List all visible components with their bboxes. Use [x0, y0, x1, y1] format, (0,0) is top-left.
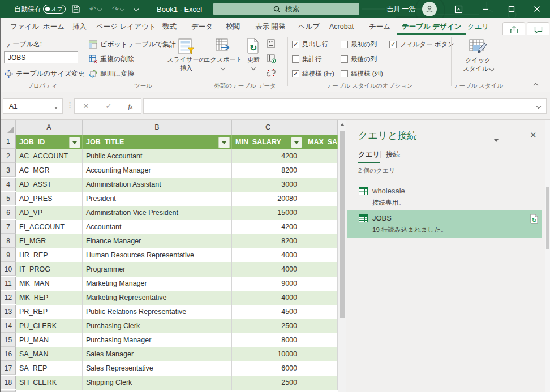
cell-A18[interactable]: SH_CLERK [16, 376, 83, 390]
checkbox-first-column[interactable]: 最初の列 [341, 40, 377, 49]
cell-C3[interactable]: 8200 [232, 163, 304, 178]
cell-A5[interactable]: AD_PRES [16, 192, 83, 206]
filter-button-min-salary[interactable] [291, 137, 302, 148]
tab-formulas[interactable]: 数式 [158, 18, 181, 35]
cell-B15[interactable]: Purchasing Manager [83, 333, 232, 347]
column-header-B[interactable]: B [83, 120, 232, 135]
cell-D5[interactable] [304, 192, 338, 206]
cell-D13[interactable] [304, 305, 338, 319]
insert-function-icon[interactable]: fx [128, 102, 132, 111]
tab-page-layout[interactable]: ページ レイアウト [92, 18, 161, 35]
cell-D18[interactable] [304, 376, 338, 390]
cell-C8[interactable]: 8200 [232, 234, 304, 248]
redo-button[interactable]: ↷ [112, 0, 124, 18]
tab-queries[interactable]: クエリ [358, 150, 380, 163]
column-header-C[interactable]: C [232, 120, 304, 135]
collapse-ribbon-button[interactable] [534, 79, 538, 89]
cell-D14[interactable] [304, 319, 338, 333]
cell-B7[interactable]: Accountant [83, 220, 232, 234]
cell-B2[interactable]: Public Accountant [83, 149, 232, 163]
column-header-A[interactable]: A [16, 120, 83, 135]
cell-B3[interactable]: Accounting Manager [83, 163, 232, 178]
close-button[interactable] [528, 0, 545, 18]
row-header-4[interactable]: 4 [1, 178, 16, 191]
cell-A4[interactable]: AD_ASST [16, 178, 83, 192]
cell-A16[interactable]: SA_MAN [16, 347, 83, 361]
cell-B14[interactable]: Purchasing Clerk [83, 319, 232, 333]
cell-A11[interactable]: MK_MAN [16, 277, 83, 291]
cell-B4[interactable]: Administration Assistant [83, 178, 232, 192]
tab-insert[interactable]: 挿入 [68, 18, 91, 35]
row-header-10[interactable]: 10 [1, 262, 16, 276]
pane-options-button[interactable] [494, 134, 499, 144]
autosave-toggle[interactable]: オフ [43, 0, 66, 18]
save-button[interactable] [71, 0, 80, 18]
cell-B17[interactable]: Sales Representative [83, 361, 232, 376]
row-header-18[interactable]: 18 [1, 376, 16, 389]
scrollbar-thumb[interactable] [340, 131, 345, 318]
cell-B8[interactable]: Finance Manager [83, 234, 232, 248]
row-header-17[interactable]: 17 [1, 361, 16, 375]
pane-scrollbar-thumb[interactable] [546, 187, 549, 249]
cell-A13[interactable]: PR_REP [16, 305, 83, 319]
cell-C9[interactable]: 4000 [232, 248, 304, 262]
tab-connections[interactable]: 接続 [386, 150, 400, 160]
convert-to-range-button[interactable]: 範囲に変換 [89, 68, 134, 79]
cell-C18[interactable]: 2500 [232, 376, 304, 390]
customize-toolbar-button[interactable] [135, 0, 138, 18]
cell-A15[interactable]: PU_MAN [16, 333, 83, 347]
cell-C2[interactable]: 4200 [232, 149, 304, 163]
checkbox-total-row[interactable]: 集計行 [292, 54, 322, 63]
cell-B10[interactable]: Programmer [83, 262, 232, 277]
query-item-jobs[interactable]: JOBS19 行読み込まれました。↻ [347, 210, 542, 238]
scroll-up-button[interactable] [338, 120, 346, 129]
row-header-11[interactable]: 11 [1, 277, 16, 290]
row-header-3[interactable]: 3 [1, 163, 16, 177]
vertical-scrollbar[interactable] [338, 120, 346, 392]
filter-button-job-title[interactable] [218, 137, 230, 148]
cell-A3[interactable]: AC_MGR [16, 163, 83, 178]
ribbon-display-options-button[interactable] [450, 0, 467, 18]
cell-D7[interactable] [304, 220, 338, 234]
cell-D10[interactable] [304, 262, 338, 277]
cell-A7[interactable]: FI_ACCOUNT [16, 220, 83, 234]
properties-small-button[interactable] [266, 38, 276, 51]
header-cell-job-title[interactable]: JOB_TITLE [83, 135, 232, 149]
cell-B18[interactable]: Shipping Clerk [83, 376, 232, 390]
tab-help[interactable]: ヘルプ [294, 18, 324, 35]
remove-duplicates-button[interactable]: ✕ 重複の削除 [89, 53, 134, 64]
filter-button-job-id[interactable] [69, 137, 80, 148]
cell-C12[interactable]: 4000 [232, 291, 304, 305]
column-header-partial[interactable] [304, 120, 338, 135]
export-button[interactable]: エクスポート [205, 37, 241, 70]
pane-scrollbar[interactable] [545, 120, 550, 392]
row-header-15[interactable]: 15 [1, 333, 16, 347]
select-all-button[interactable] [1, 120, 16, 135]
row-header-9[interactable]: 9 [1, 248, 16, 262]
summarize-with-pivot-button[interactable]: ピボットテーブルで集計 [89, 38, 176, 50]
header-cell-max-sa[interactable]: MAX_SA [304, 135, 338, 149]
name-box[interactable]: A1 [3, 98, 63, 114]
cell-D4[interactable] [304, 178, 338, 192]
cell-A14[interactable]: PU_CLERK [16, 319, 83, 333]
cell-D17[interactable] [304, 361, 338, 376]
cell-B11[interactable]: Marketing Manager [83, 277, 232, 291]
cell-C14[interactable]: 2500 [232, 319, 304, 333]
cell-D11[interactable] [304, 277, 338, 291]
tab-acrobat[interactable]: Acrobat [325, 18, 358, 35]
cell-C15[interactable]: 8000 [232, 333, 304, 347]
cancel-entry-icon[interactable]: ✕ [83, 102, 89, 110]
formula-bar-splitter[interactable]: ⋮ [66, 101, 74, 109]
cell-B13[interactable]: Public Relations Representative [83, 305, 232, 319]
cell-A2[interactable]: AC_ACCOUNT [16, 149, 83, 163]
cell-C11[interactable]: 9000 [232, 277, 304, 291]
header-cell-job-id[interactable]: JOB_ID [16, 135, 83, 149]
cell-C4[interactable]: 3000 [232, 178, 304, 192]
insert-slicer-button[interactable]: スライサーの 挿入 [170, 37, 203, 72]
header-cell-min-salary[interactable]: MIN_SALARY [232, 135, 304, 149]
row-header-14[interactable]: 14 [1, 319, 16, 333]
checkbox-last-column[interactable]: 最後の列 [341, 54, 377, 63]
open-in-browser-button[interactable] [266, 53, 276, 66]
cell-D15[interactable] [304, 333, 338, 347]
cell-D2[interactable] [304, 149, 338, 163]
